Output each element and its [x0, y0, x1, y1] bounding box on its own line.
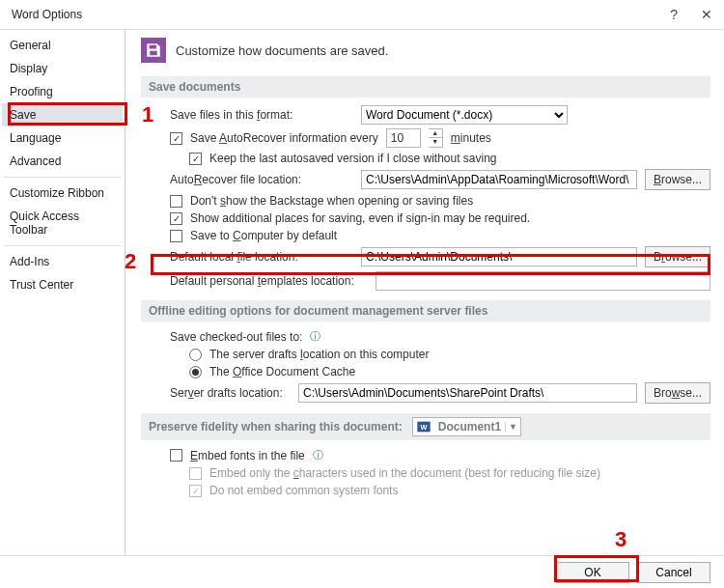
show-additional-places-label: Show additional places for saving, even …: [190, 211, 530, 225]
autorecover-browse-button[interactable]: Browse...: [645, 169, 710, 190]
close-icon[interactable]: ✕: [701, 7, 712, 22]
sidebar-item-display[interactable]: Display: [2, 57, 123, 80]
autorecover-label-post: minutes: [451, 131, 491, 145]
sidebar-item-save[interactable]: Save: [2, 103, 123, 126]
autorecover-label-pre: Save AutoRecover information every: [190, 131, 378, 145]
default-templates-input[interactable]: [376, 271, 710, 291]
svg-text:W: W: [420, 423, 427, 432]
default-local-location-label: Default local file location:: [170, 250, 353, 264]
sidebar-item-language[interactable]: Language: [2, 126, 123, 150]
svg-rect-0: [153, 45, 155, 48]
keep-last-label: Keep the last autosaved version if I clo…: [209, 152, 497, 165]
page-description: Customize how documents are saved.: [176, 43, 388, 58]
cancel-button[interactable]: Cancel: [637, 562, 710, 583]
save-disk-icon: [141, 38, 166, 63]
sidebar: General Display Proofing Save Language A…: [0, 30, 125, 555]
preserve-document-select[interactable]: W Document1 ▼: [412, 417, 521, 436]
help-icon[interactable]: ?: [670, 7, 678, 22]
info-icon[interactable]: ⓘ: [310, 329, 320, 344]
sidebar-item-addins[interactable]: Add-Ins: [2, 250, 123, 273]
do-not-embed-common-label: Do not embed common system fonts: [209, 484, 398, 497]
office-cache-radio-label: The Office Document Cache: [209, 365, 355, 378]
section-preserve-label: Preserve fidelity when sharing this docu…: [149, 420, 403, 434]
dialog-footer: OK Cancel: [0, 555, 724, 588]
server-drafts-location-input[interactable]: [298, 383, 637, 403]
save-to-computer-checkbox[interactable]: [170, 230, 182, 242]
server-drafts-location-label: Server drafts location:: [170, 386, 291, 400]
save-format-label: Save files in this format:: [170, 108, 353, 122]
preserve-document-name: Document1: [434, 420, 505, 434]
autorecover-checkbox[interactable]: [170, 132, 182, 145]
embed-only-chars-checkbox: [189, 467, 202, 480]
embed-fonts-checkbox[interactable]: [170, 449, 182, 462]
save-checkedout-label: Save checked-out files to:: [170, 330, 302, 344]
sidebar-divider: [4, 177, 121, 178]
show-additional-places-checkbox[interactable]: [170, 212, 182, 225]
sidebar-item-quick-access[interactable]: Quick Access Toolbar: [2, 205, 123, 241]
sidebar-item-advanced[interactable]: Advanced: [2, 150, 123, 173]
sidebar-item-general[interactable]: General: [2, 34, 123, 57]
autorecover-spinner[interactable]: ▲▼: [429, 128, 443, 148]
server-drafts-radio-label: The server drafts location on this compu…: [209, 348, 429, 361]
server-drafts-browse-button[interactable]: Browse...: [645, 382, 710, 404]
ok-button[interactable]: OK: [556, 562, 629, 583]
chevron-down-icon: ▼: [505, 422, 520, 432]
do-not-embed-common-checkbox: [189, 485, 202, 497]
default-local-browse-button[interactable]: Browse...: [645, 246, 710, 267]
dont-show-backstage-label: Don't show the Backstage when opening or…: [190, 194, 473, 208]
keep-last-checkbox[interactable]: [189, 153, 202, 165]
sidebar-divider: [4, 245, 121, 246]
office-cache-radio[interactable]: [189, 366, 202, 378]
window-title: Word Options: [12, 8, 82, 21]
sidebar-item-proofing[interactable]: Proofing: [2, 80, 123, 103]
save-format-select[interactable]: Word Document (*.docx): [361, 105, 568, 125]
autorecover-location-label: AutoRecover file location:: [170, 173, 353, 186]
dont-show-backstage-checkbox[interactable]: [170, 195, 182, 208]
titlebar: Word Options ? ✕: [0, 0, 724, 29]
default-local-location-input[interactable]: [361, 247, 637, 266]
section-preserve-fidelity: Preserve fidelity when sharing this docu…: [141, 413, 710, 440]
save-to-computer-label: Save to Computer by default: [190, 229, 337, 242]
sidebar-item-trust-center[interactable]: Trust Center: [2, 273, 123, 296]
content-pane: Customize how documents are saved. Save …: [125, 30, 724, 555]
sidebar-item-customize-ribbon[interactable]: Customize Ribbon: [2, 182, 123, 205]
autorecover-location-input[interactable]: [361, 170, 637, 189]
embed-fonts-label: Embed fonts in the file: [190, 449, 305, 462]
info-icon[interactable]: ⓘ: [313, 448, 323, 462]
section-offline-editing: Offline editing options for document man…: [141, 300, 710, 322]
embed-only-chars-label: Embed only the characters used in the do…: [209, 466, 600, 480]
server-drafts-radio[interactable]: [189, 349, 202, 361]
word-doc-icon: W: [416, 419, 432, 434]
section-save-documents: Save documents: [141, 76, 710, 98]
autorecover-minutes-input[interactable]: 10: [386, 128, 421, 148]
default-templates-label: Default personal templates location:: [170, 274, 368, 288]
